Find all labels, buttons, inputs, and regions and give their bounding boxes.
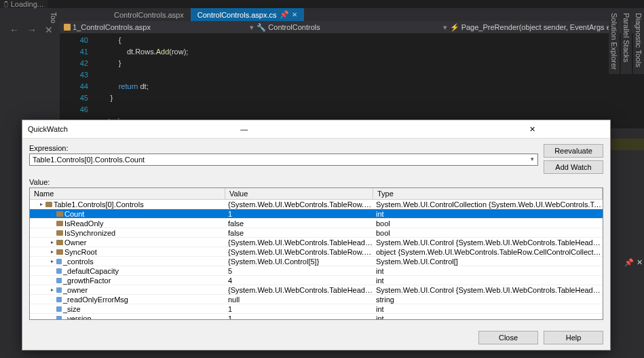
reevaluate-button[interactable]: Reevaluate (544, 144, 603, 158)
watch-row[interactable]: ▸ _owner{System.Web.UI.WebControls.Table… (30, 285, 603, 295)
expand-icon[interactable] (49, 211, 55, 217)
right-tab[interactable]: Parallel Stacks (621, 9, 632, 74)
quickwatch-dialog: QuickWatch — ✕ Expression: Reevaluate Ad… (22, 120, 611, 351)
breadcrumb-file[interactable]: 1_ControlControls.aspx (64, 23, 247, 31)
tab-aspx[interactable]: ControlControls.aspx (107, 8, 191, 21)
close-button[interactable]: Close (478, 331, 538, 344)
line-gutter: 40414243444546474849 (60, 33, 94, 128)
field-icon (56, 306, 62, 312)
watch-row[interactable]: ▸ Owner{System.Web.UI.WebControls.TableH… (30, 238, 603, 247)
expand-icon[interactable]: ▸ (49, 249, 55, 255)
window-close-button[interactable]: ✕ (461, 123, 605, 135)
property-icon (45, 202, 52, 207)
expression-label: Expression: (29, 144, 538, 152)
expression-input[interactable] (29, 154, 538, 166)
loading-text: Loading... (11, 0, 43, 8)
property-icon (56, 221, 63, 226)
help-button[interactable]: Help (544, 331, 603, 344)
field-icon (56, 259, 62, 264)
field-icon (56, 278, 62, 283)
watch-row[interactable]: IsReadOnlyfalsebool (30, 219, 603, 228)
nav-back[interactable]: ← (10, 24, 19, 35)
watch-row[interactable]: ▸ Table1.Controls[0].Controls{System.Web… (30, 200, 603, 209)
add-watch-button[interactable]: Add Watch (544, 160, 603, 174)
watch-grid[interactable]: Name Value Type ▸ Table1.Controls[0].Con… (29, 187, 603, 320)
property-icon (56, 240, 63, 245)
maximize-button[interactable] (316, 123, 461, 135)
field-icon (56, 316, 62, 321)
quickwatch-titlebar[interactable]: QuickWatch — ✕ (22, 120, 610, 139)
watch-row[interactable]: ▸ _controls{System.Web.UI.Control[5]}Sys… (30, 257, 603, 266)
spinner-icon (4, 1, 8, 7)
field-icon (56, 268, 62, 274)
pin-bar: 📌 ✕ (624, 258, 643, 267)
expand-icon[interactable] (49, 230, 55, 236)
nav-close[interactable]: ✕ (45, 24, 53, 35)
expand-icon[interactable]: ▸ (49, 239, 55, 245)
breadcrumb-class[interactable]: 🔧 ControlControls (257, 23, 440, 32)
property-icon (56, 249, 63, 255)
value-label: Value: (29, 178, 603, 186)
watch-row[interactable]: IsSynchronizedfalsebool (30, 228, 603, 238)
breadcrumb-method[interactable]: ⚡ Page_PreRender(object sender, EventArg… (450, 23, 633, 32)
field-icon (56, 297, 62, 302)
expand-icon[interactable] (49, 277, 55, 283)
column-value[interactable]: Value (225, 188, 373, 199)
pin-icon[interactable]: 📌 (280, 10, 289, 19)
watch-row[interactable]: ▸ SyncRoot{System.Web.UI.WebControls.Tab… (30, 247, 603, 257)
file-icon (64, 24, 71, 31)
expand-icon[interactable]: ▸ (38, 201, 44, 207)
expand-icon[interactable] (49, 220, 55, 226)
right-tab[interactable]: Solution Explorer (609, 9, 620, 74)
editor-tabs: ControlControls.aspx ControlControls.asp… (107, 8, 644, 21)
watch-row[interactable]: _size1int (30, 304, 603, 314)
tab-aspx-cs[interactable]: ControlControls.aspx.cs 📌 ✕ (191, 8, 304, 21)
expand-icon[interactable] (49, 268, 55, 274)
quickwatch-title: QuickWatch (28, 125, 172, 133)
minimize-button[interactable]: — (172, 123, 317, 135)
pin-icon[interactable]: 📌 (624, 258, 634, 267)
property-icon (56, 211, 63, 217)
column-type[interactable]: Type (373, 188, 603, 199)
column-name[interactable]: Name (30, 188, 225, 199)
right-tab[interactable]: Diagnostic Tools (633, 9, 644, 74)
watch-row[interactable]: _growthFactor4int (30, 276, 603, 285)
watch-row[interactable]: Count1int (30, 209, 603, 219)
expand-icon[interactable] (49, 315, 55, 320)
expand-icon[interactable]: ▸ (49, 287, 55, 293)
close-icon[interactable]: ✕ (292, 11, 297, 18)
watch-row[interactable]: _defaultCapacity5int (30, 266, 603, 276)
field-icon (56, 287, 62, 293)
loading-indicator: Loading... (0, 0, 48, 8)
nav-forward[interactable]: → (27, 24, 37, 35)
expand-icon[interactable] (49, 306, 55, 312)
expand-icon[interactable] (49, 296, 55, 302)
watch-row[interactable]: _readOnlyErrorMsgnullstring (30, 295, 603, 304)
close-icon[interactable]: ✕ (637, 258, 643, 267)
watch-row[interactable]: _version1int (30, 314, 603, 320)
expand-icon[interactable]: ▸ (49, 258, 55, 264)
property-icon (56, 230, 63, 236)
code-editor[interactable]: { dt.Rows.Add(row); } return dt; } 0 ref… (94, 33, 644, 128)
